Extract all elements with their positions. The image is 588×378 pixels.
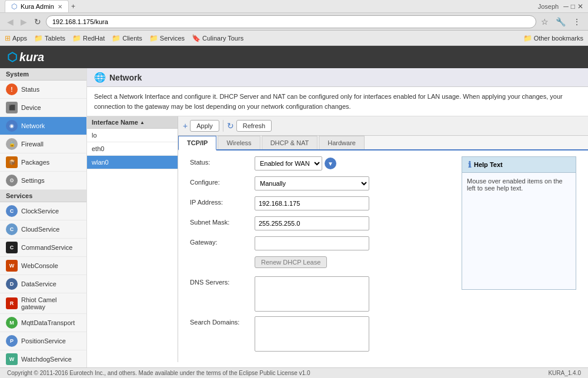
other-bookmarks[interactable]: 📁 Other bookmarks xyxy=(523,34,583,42)
sidebar-item-status[interactable]: ! Status xyxy=(0,81,86,99)
services-section-title: Services xyxy=(0,190,86,202)
kura-logo: ⬡ kura xyxy=(7,50,44,64)
sidebar-status-label: Status xyxy=(21,86,39,93)
kura-logo-text: kura xyxy=(19,51,44,64)
app-footer: Copyright © 2011-2016 Eurotech Inc., and… xyxy=(0,367,588,378)
rhiot-icon: R xyxy=(6,297,18,309)
dns-row: DNS Servers: xyxy=(190,276,452,312)
add-icon[interactable]: + xyxy=(183,121,188,131)
ip-input[interactable] xyxy=(255,196,369,210)
clients-folder-icon: 📁 xyxy=(112,34,121,42)
configure-row: Configure: Manually DHCP BOOTP xyxy=(190,176,452,192)
status-row: Status: Disabled Enabled for WAN Enabled… xyxy=(190,156,452,172)
status-label: Status: xyxy=(190,156,255,166)
sidebar-item-watchdogservice[interactable]: W WatchdogService xyxy=(0,350,86,367)
tab-tcpip[interactable]: TCP/IP xyxy=(178,136,216,150)
maximize-button[interactable]: □ xyxy=(571,2,575,11)
apply-button[interactable]: Apply xyxy=(190,120,219,132)
sidebar-item-dataservice[interactable]: D DataService xyxy=(0,275,86,293)
redhat-folder-icon: 📁 xyxy=(72,34,81,42)
address-bar[interactable] xyxy=(46,15,536,28)
form-area: Status: Disabled Enabled for WAN Enabled… xyxy=(178,150,588,362)
browser-tab[interactable]: ⬡ Kura Admin ✕ xyxy=(5,0,69,12)
subnet-input[interactable] xyxy=(255,216,369,230)
close-button[interactable]: ✕ xyxy=(577,2,583,11)
extensions-button[interactable]: 🔧 xyxy=(553,16,568,28)
sidebar-item-webconsole[interactable]: W WebConsole xyxy=(0,257,86,275)
search-domains-textarea[interactable] xyxy=(255,316,369,352)
status-select[interactable]: Disabled Enabled for WAN Enabled for LAN… xyxy=(255,156,322,170)
search-domains-row: Search Domains: xyxy=(190,316,452,352)
data-service-icon: D xyxy=(6,278,18,290)
sidebar-item-clockservice[interactable]: C ClockService xyxy=(0,202,86,220)
renew-dhcp-button[interactable]: Renew DHCP Lease xyxy=(255,256,327,268)
tab-close-button[interactable]: ✕ xyxy=(58,4,62,10)
sidebar: System ! Status ⬛ Device ◉ Network 🔒 Fir… xyxy=(0,68,87,367)
renew-dhcp-spacer xyxy=(190,256,255,259)
bookmark-clients[interactable]: 📁 Clients xyxy=(112,34,142,42)
bookmark-star-button[interactable]: ☆ xyxy=(539,16,551,28)
bookmark-services[interactable]: 📁 Services xyxy=(149,34,185,42)
configure-select[interactable]: Manually DHCP BOOTP xyxy=(255,176,369,190)
subnet-label: Subnet Mask: xyxy=(190,216,255,226)
sidebar-item-network[interactable]: ◉ Network xyxy=(0,117,86,135)
menu-button[interactable]: ⋮ xyxy=(570,16,583,28)
gateway-input[interactable] xyxy=(255,236,369,250)
mqtt-icon: M xyxy=(6,317,18,329)
settings-icon: ⚙ xyxy=(6,175,18,186)
status-icon: ! xyxy=(6,83,18,95)
form-fields: Status: Disabled Enabled for WAN Enabled… xyxy=(190,156,452,356)
sidebar-cloudservice-label: CloudService xyxy=(21,226,59,233)
interface-eth0[interactable]: eth0 xyxy=(87,142,178,156)
sidebar-settings-label: Settings xyxy=(21,177,45,184)
sidebar-item-commandservice[interactable]: C CommandService xyxy=(0,239,86,257)
sidebar-item-mqtt[interactable]: M MqttDataTransport xyxy=(0,314,86,332)
dns-textarea[interactable] xyxy=(255,276,369,312)
tab-wireless[interactable]: Wireless xyxy=(218,136,260,149)
bookmark-apps-label: Apps xyxy=(12,35,27,42)
bookmark-redhat[interactable]: 📁 RedHat xyxy=(72,34,105,42)
sidebar-item-firewall[interactable]: 🔒 Firewall xyxy=(0,135,86,153)
sidebar-packages-label: Packages xyxy=(21,159,49,166)
bookmark-culinary[interactable]: 🔖 Culinary Tours xyxy=(192,34,243,42)
toolbar: + Apply ↻ Refresh xyxy=(178,116,588,136)
sidebar-item-cloudservice[interactable]: C CloudService xyxy=(0,220,86,239)
gateway-row: Gateway: xyxy=(190,236,452,252)
command-service-icon: C xyxy=(6,242,18,253)
sidebar-item-device[interactable]: ⬛ Device xyxy=(0,99,86,117)
sidebar-item-packages[interactable]: 📦 Packages xyxy=(0,153,86,172)
sidebar-item-positionservice[interactable]: P PositionService xyxy=(0,332,86,350)
minimize-button[interactable]: ─ xyxy=(563,2,569,11)
sidebar-watchdogservice-label: WatchdogService xyxy=(21,356,72,363)
apps-icon: ⊞ xyxy=(5,34,11,42)
interface-lo[interactable]: lo xyxy=(87,129,178,142)
sidebar-item-rhiot[interactable]: R Rhiot Camel gateway xyxy=(0,293,86,314)
network-icon: ◉ xyxy=(6,120,18,132)
bookmark-tablets[interactable]: 📁 Tablets xyxy=(34,34,65,42)
sidebar-network-label: Network xyxy=(21,122,45,129)
bookmark-clients-label: Clients xyxy=(122,35,142,42)
dns-label: DNS Servers: xyxy=(190,276,255,286)
culinary-icon: 🔖 xyxy=(192,34,201,42)
configure-label: Configure: xyxy=(190,176,255,186)
back-button[interactable]: ◀ xyxy=(5,16,16,28)
forward-button[interactable]: ▶ xyxy=(18,16,29,28)
reload-button[interactable]: ↻ xyxy=(32,16,44,28)
sidebar-positionservice-label: PositionService xyxy=(21,337,66,344)
refresh-icon[interactable]: ↻ xyxy=(227,121,234,131)
bookmark-services-label: Services xyxy=(160,35,185,42)
help-header: ℹ Help Text xyxy=(462,156,576,172)
toolbar-separator xyxy=(223,120,223,132)
new-tab-button[interactable]: + xyxy=(71,2,75,11)
interface-wlan0[interactable]: wlan0 xyxy=(87,156,178,169)
subnet-row: Subnet Mask: xyxy=(190,216,452,232)
tab-hardware[interactable]: Hardware xyxy=(319,136,365,149)
sidebar-item-settings[interactable]: ⚙ Settings xyxy=(0,172,86,190)
bookmarks-bar: ⊞ Apps 📁 Tablets 📁 RedHat 📁 Clients 📁 Se… xyxy=(0,31,588,46)
tab-title: Kura Admin xyxy=(21,3,54,10)
tab-dhcp-nat[interactable]: DHCP & NAT xyxy=(262,136,318,149)
bookmark-apps[interactable]: ⊞ Apps xyxy=(5,34,27,42)
status-info-button[interactable]: ▼ xyxy=(325,158,336,169)
refresh-button[interactable]: Refresh xyxy=(236,120,272,132)
network-page-icon: 🌐 xyxy=(94,72,106,83)
